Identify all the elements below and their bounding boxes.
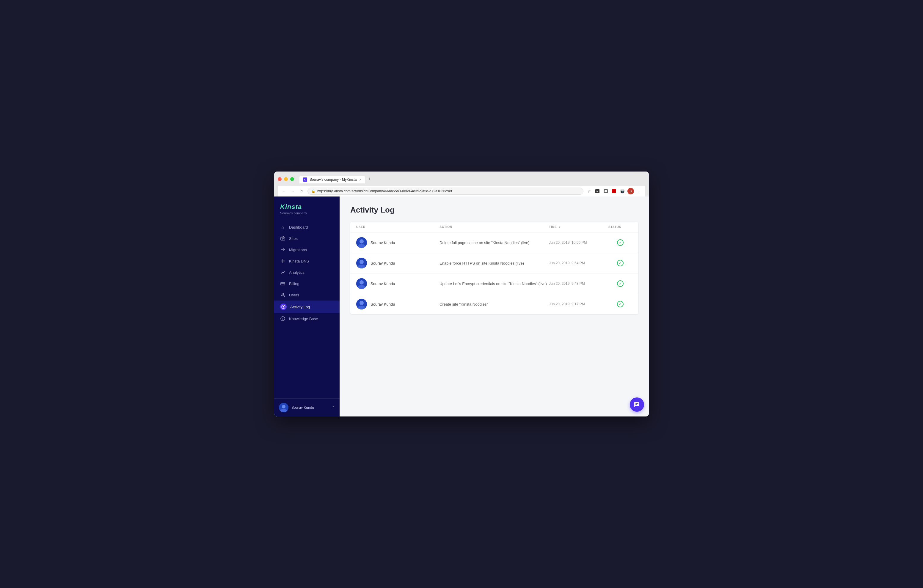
users-icon — [280, 292, 286, 297]
svg-point-26 — [360, 301, 364, 305]
sidebar-item-analytics[interactable]: Analytics — [274, 267, 340, 278]
table-row: Sourav Kundu Create site "Kinsta Noodles… — [350, 294, 638, 314]
toolbar-actions: ☆ K 📷 S ⋮ — [586, 188, 642, 194]
sort-arrow-icon: ▲ — [558, 226, 561, 228]
logo-text: Kinsta — [280, 203, 333, 211]
user-cell: Sourav Kundu — [356, 258, 440, 268]
url-text: https://my.kinsta.com/actions?idCompany=… — [317, 189, 452, 193]
svg-point-20 — [360, 239, 364, 243]
svg-text:i: i — [282, 317, 283, 320]
sidebar-item-activity-log[interactable]: Activity Log — [274, 301, 340, 313]
status-check-icon: ✓ — [617, 239, 624, 246]
sidebar-item-knowledge-base[interactable]: i Knowledge Base — [274, 313, 340, 324]
svg-point-24 — [360, 280, 364, 284]
svg-point-12 — [282, 293, 284, 295]
sidebar-item-sites[interactable]: Sites — [274, 233, 340, 244]
svg-rect-9 — [281, 237, 285, 240]
user-cell: Sourav Kundu — [356, 278, 440, 289]
tab-favicon: K — [303, 177, 307, 182]
time-text: Jun 20, 2019, 10:56 PM — [549, 240, 608, 245]
svg-rect-11 — [281, 283, 285, 285]
forward-button[interactable]: → — [290, 188, 296, 194]
migrations-label: Migrations — [289, 248, 307, 252]
user-cell: Sourav Kundu — [356, 237, 440, 248]
sidebar-item-kinsta-dns[interactable]: Kinsta DNS — [274, 255, 340, 267]
user-name: Sourav Kundu — [371, 261, 395, 266]
browser-titlebar: K Sourav's company - MyKinsta ✕ + ← → ↻ … — [274, 171, 649, 197]
extension-icon-4[interactable]: 📷 — [619, 188, 626, 194]
svg-text:S: S — [629, 189, 632, 193]
sidebar-logo: Kinsta Sourav's company — [274, 197, 340, 217]
activity-log-label: Activity Log — [290, 305, 310, 309]
active-tab[interactable]: K Sourav's company - MyKinsta ✕ — [299, 176, 365, 184]
user-name: Sourav Kundu — [371, 302, 395, 307]
action-text: Delete full page cache on site "Kinsta N… — [440, 240, 549, 245]
avatar — [356, 278, 367, 289]
status-check-icon: ✓ — [617, 280, 624, 287]
new-tab-button[interactable]: + — [365, 174, 374, 184]
tab-close-button[interactable]: ✕ — [359, 178, 361, 182]
close-button[interactable] — [278, 177, 282, 181]
sidebar-footer[interactable]: Sourav Kundu ⌃ — [274, 398, 340, 417]
star-icon[interactable]: ☆ — [586, 188, 592, 194]
user-name: Sourav Kundu — [371, 281, 395, 286]
status-check-icon: ✓ — [617, 260, 624, 266]
activity-table: USER ACTION TIME ▲ STATUS — [350, 222, 638, 314]
chat-widget[interactable] — [630, 397, 644, 412]
app-container: Kinsta Sourav's company ⌂ Dashboard — [274, 197, 649, 417]
action-text: Update Let's Encrypt credentials on site… — [440, 281, 549, 286]
status-cell: ✓ — [608, 280, 632, 287]
time-text: Jun 20, 2019, 9:17 PM — [549, 302, 608, 306]
sites-label: Sites — [289, 237, 298, 241]
browser-tabs: K Sourav's company - MyKinsta ✕ + — [299, 174, 645, 184]
migrations-icon — [280, 247, 286, 252]
time-text: Jun 20, 2019, 9:54 PM — [549, 261, 608, 265]
sites-icon — [280, 236, 286, 241]
sidebar-item-users[interactable]: Users — [274, 289, 340, 301]
dns-icon — [280, 258, 286, 264]
svg-rect-28 — [636, 404, 637, 405]
reload-button[interactable]: ↻ — [299, 188, 305, 194]
profile-icon[interactable]: S — [627, 188, 634, 194]
col-header-time[interactable]: TIME ▲ — [549, 225, 608, 228]
knowledge-base-icon: i — [280, 316, 286, 321]
user-name: Sourav Kundu — [371, 240, 395, 245]
svg-text:K: K — [596, 190, 599, 193]
avatar — [279, 403, 288, 412]
knowledge-base-label: Knowledge Base — [289, 317, 318, 321]
svg-point-22 — [360, 260, 364, 264]
back-button[interactable]: ← — [281, 188, 287, 194]
col-header-status: STATUS — [608, 225, 632, 228]
main-content: Activity Log USER ACTION TIME ▲ STATUS — [340, 197, 649, 417]
address-bar[interactable]: 🔒 https://my.kinsta.com/actions?idCompan… — [307, 187, 583, 195]
extension-icon-1[interactable]: K — [594, 188, 601, 194]
extension-icon-3[interactable] — [611, 188, 618, 194]
table-row: Sourav Kundu Update Let's Encrypt creden… — [350, 273, 638, 294]
svg-rect-27 — [636, 403, 639, 404]
minimize-button[interactable] — [284, 177, 288, 181]
action-text: Create site "Kinsta Noodles" — [440, 302, 549, 307]
analytics-icon — [280, 269, 286, 275]
svg-point-18 — [282, 405, 286, 409]
sidebar-item-migrations[interactable]: Migrations — [274, 244, 340, 255]
col-header-action: ACTION — [440, 225, 549, 228]
dns-label: Kinsta DNS — [289, 259, 309, 263]
maximize-button[interactable] — [290, 177, 294, 181]
users-label: Users — [289, 293, 299, 297]
chevron-up-icon: ⌃ — [332, 406, 335, 410]
lock-icon: 🔒 — [311, 189, 315, 193]
extension-icon-2[interactable] — [603, 188, 609, 194]
company-name: Sourav's company — [280, 211, 333, 215]
time-text: Jun 20, 2019, 9:43 PM — [549, 281, 608, 286]
status-cell: ✓ — [608, 239, 632, 246]
sidebar-nav: ⌂ Dashboard Sites — [274, 217, 340, 398]
sidebar-item-billing[interactable]: Billing — [274, 278, 340, 289]
analytics-label: Analytics — [289, 270, 304, 275]
svg-point-10 — [282, 238, 283, 239]
avatar — [356, 237, 367, 248]
sidebar: Kinsta Sourav's company ⌂ Dashboard — [274, 197, 340, 417]
dashboard-icon: ⌂ — [280, 225, 286, 230]
sidebar-item-dashboard[interactable]: ⌂ Dashboard — [274, 222, 340, 233]
menu-icon[interactable]: ⋮ — [636, 188, 642, 194]
table-header: USER ACTION TIME ▲ STATUS — [350, 222, 638, 232]
